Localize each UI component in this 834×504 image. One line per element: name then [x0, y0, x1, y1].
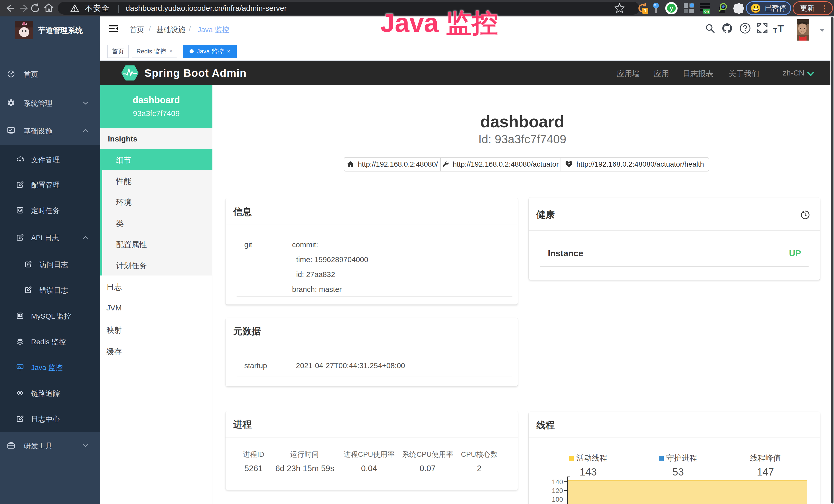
svg-text:y: y — [670, 5, 673, 12]
svg-text:1: 1 — [644, 8, 646, 13]
svg-text:on: on — [704, 9, 709, 13]
